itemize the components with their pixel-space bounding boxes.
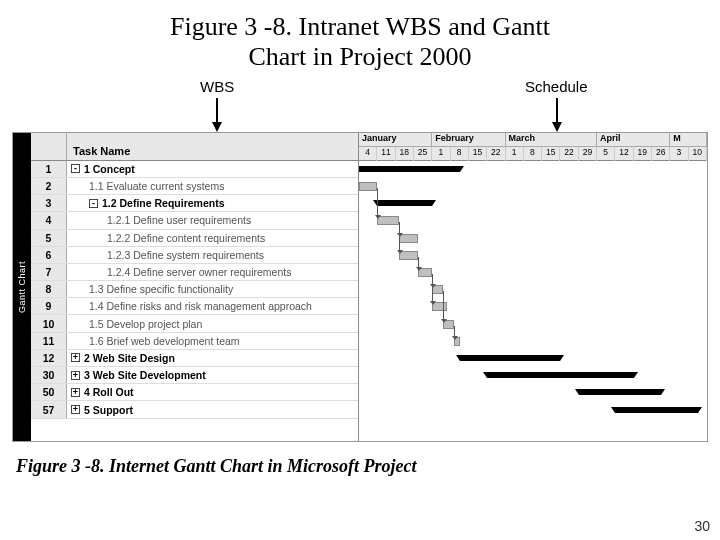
row-id: 1: [31, 161, 67, 177]
week-header: 1: [506, 147, 524, 161]
task-name: +2 Web Site Design: [67, 350, 358, 366]
summary-bar[interactable]: [487, 372, 634, 378]
week-header: 15: [542, 147, 560, 161]
task-name: 1.3 Define specific functionality: [67, 281, 358, 297]
task-name: -1.2 Define Requirements: [67, 195, 358, 211]
table-row[interactable]: 71.2.4 Define server owner requirements: [31, 264, 358, 281]
table-row[interactable]: 30+3 Web Site Development: [31, 367, 358, 384]
task-name: -1 Concept: [67, 161, 358, 177]
table-row[interactable]: 12+2 Web Site Design: [31, 350, 358, 367]
row-id: 57: [31, 401, 67, 417]
table-row[interactable]: 41.2.1 Define user requirements: [31, 212, 358, 229]
week-header: 26: [652, 147, 670, 161]
table-row[interactable]: 91.4 Define risks and risk management ap…: [31, 298, 358, 315]
row-id: 12: [31, 350, 67, 366]
collapse-icon[interactable]: -: [89, 199, 98, 208]
arrow-down-icon: [550, 98, 564, 132]
table-row[interactable]: 111.6 Brief web development team: [31, 333, 358, 350]
table-header: Task Name: [31, 133, 358, 161]
expand-icon[interactable]: +: [71, 353, 80, 362]
week-header: 12: [615, 147, 633, 161]
task-name: 1.2.1 Define user requirements: [67, 212, 358, 228]
table-row[interactable]: 81.3 Define specific functionality: [31, 281, 358, 298]
summary-bar[interactable]: [359, 166, 460, 172]
week-header: 1: [432, 147, 450, 161]
week-header: 18: [396, 147, 414, 161]
row-id: 6: [31, 247, 67, 263]
arrow-down-icon: [210, 98, 224, 132]
task-name: +3 Web Site Development: [67, 367, 358, 383]
summary-bar[interactable]: [579, 389, 661, 395]
row-id: 7: [31, 264, 67, 280]
month-header: April: [597, 133, 670, 146]
dependency-link: [443, 291, 449, 321]
week-header: 22: [487, 147, 505, 161]
dependency-link: [399, 222, 405, 252]
row-id: 3: [31, 195, 67, 211]
row-id: 8: [31, 281, 67, 297]
row-id: 30: [31, 367, 67, 383]
summary-bar[interactable]: [377, 200, 432, 206]
week-header: 3: [670, 147, 688, 161]
row-id: 2: [31, 178, 67, 194]
month-header: February: [432, 133, 505, 146]
task-name: 1.2.2 Define content requirements: [67, 230, 358, 246]
week-header: 22: [560, 147, 578, 161]
week-header: 19: [634, 147, 652, 161]
wbs-label: WBS: [200, 78, 234, 95]
figure-caption: Figure 3 -8. Internet Gantt Chart in Mic…: [0, 442, 720, 477]
view-tab[interactable]: Gantt Chart: [13, 133, 31, 441]
week-header: 8: [524, 147, 542, 161]
table-row[interactable]: 1-1 Concept: [31, 161, 358, 178]
table-row[interactable]: 50+4 Roll Out: [31, 384, 358, 401]
week-header: 8: [451, 147, 469, 161]
annotation-row: WBS Schedule: [0, 76, 720, 132]
dependency-link: [377, 188, 383, 218]
table-row[interactable]: 101.5 Develop project plan: [31, 315, 358, 332]
task-name: +5 Support: [67, 401, 358, 417]
month-header: March: [506, 133, 598, 146]
collapse-icon[interactable]: -: [71, 164, 80, 173]
table-row[interactable]: 51.2.2 Define content requirements: [31, 230, 358, 247]
dependency-link: [418, 257, 424, 270]
month-header: January: [359, 133, 432, 146]
slide-title: Figure 3 -8. Intranet WBS and Gantt Char…: [0, 0, 720, 76]
table-row[interactable]: 3-1.2 Define Requirements: [31, 195, 358, 212]
month-header: M: [670, 133, 707, 146]
week-header: 15: [469, 147, 487, 161]
table-row[interactable]: 57+5 Support: [31, 401, 358, 418]
task-name: 1.6 Brief web development team: [67, 333, 358, 349]
row-id: 50: [31, 384, 67, 400]
task-name: +4 Roll Out: [67, 384, 358, 400]
col-taskname[interactable]: Task Name: [67, 133, 358, 160]
calendar-header: JanuaryFebruaryMarchAprilM 4111825181522…: [359, 133, 707, 161]
task-name: 1.5 Develop project plan: [67, 315, 358, 331]
timeline-pane[interactable]: JanuaryFebruaryMarchAprilM 4111825181522…: [359, 133, 707, 441]
expand-icon[interactable]: +: [71, 371, 80, 380]
summary-bar[interactable]: [615, 407, 697, 413]
task-name: 1.1 Evaluate current systems: [67, 178, 358, 194]
task-name: 1.2.3 Define system requirements: [67, 247, 358, 263]
page-number: 30: [694, 518, 710, 534]
table-row[interactable]: 61.2.3 Define system requirements: [31, 247, 358, 264]
chart-body[interactable]: [359, 161, 707, 441]
dependency-link: [432, 274, 438, 304]
dependency-link: [454, 326, 460, 339]
week-header: 4: [359, 147, 377, 161]
week-header: 10: [689, 147, 707, 161]
svg-marker-3: [552, 122, 562, 132]
expand-icon[interactable]: +: [71, 405, 80, 414]
row-id: 11: [31, 333, 67, 349]
row-id: 5: [31, 230, 67, 246]
table-row[interactable]: 21.1 Evaluate current systems: [31, 178, 358, 195]
week-header: 11: [377, 147, 395, 161]
task-bar[interactable]: [359, 182, 377, 191]
week-header: 29: [579, 147, 597, 161]
schedule-label: Schedule: [525, 78, 588, 95]
expand-icon[interactable]: +: [71, 388, 80, 397]
gantt-chart: Gantt Chart Task Name 1-1 Concept21.1 Ev…: [12, 132, 708, 442]
summary-bar[interactable]: [460, 355, 561, 361]
task-name: 1.2.4 Define server owner requirements: [67, 264, 358, 280]
week-header: 5: [597, 147, 615, 161]
week-header: 25: [414, 147, 432, 161]
